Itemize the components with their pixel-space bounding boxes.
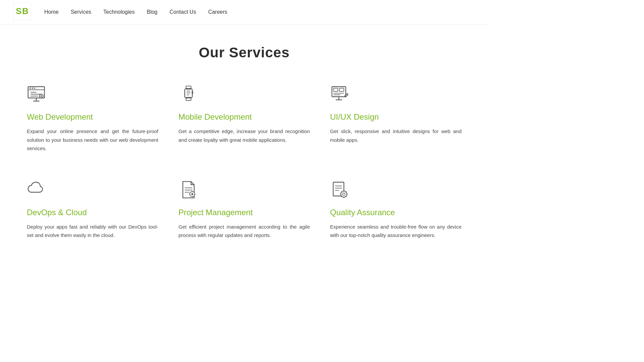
svg-rect-37 bbox=[344, 94, 348, 97]
web-dev-icon bbox=[27, 84, 48, 106]
service-title-qa: Quality Assurance bbox=[330, 208, 462, 217]
svg-point-5 bbox=[30, 87, 31, 89]
nav-blog[interactable]: Blog bbox=[147, 9, 157, 15]
service-desc-devops: Deploy your apps fast and reliably with … bbox=[27, 223, 158, 240]
service-title-web: Web Development bbox=[27, 112, 158, 122]
nav-links: Home Services Technologies Blog Contact … bbox=[44, 9, 227, 15]
logo[interactable]: S B bbox=[13, 3, 44, 21]
svg-point-12 bbox=[41, 95, 42, 97]
service-card-qa: Quality Assurance Experience seamless an… bbox=[330, 180, 462, 240]
svg-point-6 bbox=[32, 87, 33, 89]
nav-home[interactable]: Home bbox=[44, 9, 59, 15]
svg-text:B: B bbox=[22, 6, 29, 16]
service-card-web-development: Web Development Expand your online prese… bbox=[27, 84, 158, 153]
page-title: Our Services bbox=[27, 45, 462, 61]
service-card-uiux: UI/UX Design Get slick, responsive and i… bbox=[330, 84, 462, 153]
nav-services[interactable]: Services bbox=[71, 9, 91, 15]
service-title-mobile: Mobile Development bbox=[178, 112, 310, 122]
svg-rect-34 bbox=[339, 88, 344, 91]
main-content: Our Services bbox=[0, 24, 488, 266]
service-card-mobile-development: Mobile Development Get a competitive edg… bbox=[178, 84, 310, 153]
nav-contact[interactable]: Contact Us bbox=[169, 9, 196, 15]
service-desc-web: Expand your online presence and get the … bbox=[27, 127, 158, 153]
service-title-uiux: UI/UX Design bbox=[330, 112, 462, 122]
svg-line-38 bbox=[346, 94, 347, 95]
mobile-dev-icon bbox=[178, 84, 200, 106]
service-desc-uiux: Get slick, responsive and intuitive desi… bbox=[330, 127, 462, 144]
project-mgmt-icon bbox=[178, 180, 200, 201]
devops-icon bbox=[27, 180, 48, 201]
service-card-devops: DevOps & Cloud Deploy your apps fast and… bbox=[27, 180, 158, 240]
service-title-project: Project Management bbox=[178, 208, 310, 217]
nav-technologies[interactable]: Technologies bbox=[103, 9, 135, 15]
navbar: S B Home Services Technologies Blog Cont… bbox=[0, 0, 488, 24]
service-desc-qa: Experience seamless and trouble-free flo… bbox=[330, 223, 462, 240]
svg-point-43 bbox=[191, 193, 193, 195]
uiux-icon bbox=[330, 84, 352, 106]
svg-rect-33 bbox=[333, 88, 338, 91]
service-desc-mobile: Get a competitive edge, increase your br… bbox=[178, 127, 310, 144]
services-grid: Web Development Expand your online prese… bbox=[27, 84, 462, 240]
service-card-project-management: Project Management Get efficient project… bbox=[178, 180, 310, 240]
qa-icon bbox=[330, 180, 352, 201]
svg-point-7 bbox=[34, 87, 36, 89]
svg-rect-23 bbox=[185, 88, 193, 98]
nav-careers[interactable]: Careers bbox=[208, 9, 227, 15]
service-desc-project: Get efficient project management accordi… bbox=[178, 223, 310, 240]
service-title-devops: DevOps & Cloud bbox=[27, 208, 158, 217]
svg-text:S: S bbox=[16, 6, 21, 16]
